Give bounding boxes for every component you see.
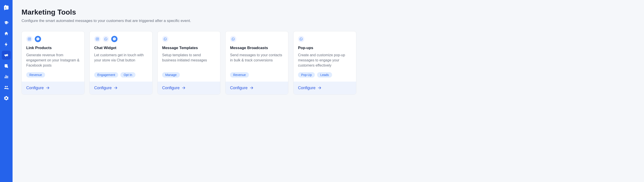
card-title: Message Templates	[162, 46, 216, 50]
card-chat-widget: Chat Widget Let customers get in touch w…	[90, 31, 152, 94]
tag: Engagement	[94, 72, 118, 78]
tag: Manage	[162, 72, 180, 78]
sidebar-item-home[interactable]	[2, 29, 11, 38]
tag: Revenue	[230, 72, 249, 78]
configure-button[interactable]: Configure	[158, 82, 220, 94]
card-tags: Manage	[162, 72, 216, 78]
arrow-right-icon	[114, 86, 118, 90]
card-desc: Generate revenue from engagement on your…	[26, 52, 80, 68]
arrow-right-icon	[249, 86, 254, 90]
whatsapp-icon	[230, 36, 236, 42]
configure-button[interactable]: Configure	[294, 82, 356, 94]
card-body: Message Templates Setup templates to sen…	[158, 32, 220, 82]
card-title: Message Broadcasts	[230, 46, 284, 50]
sidebar-item-marketing[interactable]	[2, 51, 11, 60]
svg-point-3	[30, 38, 30, 38]
card-title: Chat Widget	[94, 46, 148, 50]
card-body: Pop-ups Create and customize pop-up mess…	[294, 32, 356, 82]
card-icon-row	[94, 36, 148, 42]
card-desc: Send messages to your contacts in bulk &…	[230, 52, 284, 68]
svg-point-0	[5, 7, 6, 8]
sidebar-item-people[interactable]	[2, 83, 11, 92]
configure-button[interactable]: Configure	[22, 82, 84, 94]
svg-point-9	[232, 38, 234, 40]
card-desc: Create and customize pop-up messages to …	[298, 52, 352, 68]
page-subtitle: Configure the smart automated messages t…	[22, 18, 635, 23]
configure-label: Configure	[162, 86, 180, 90]
svg-point-7	[104, 38, 107, 40]
sidebar-item-analytics[interactable]	[2, 72, 11, 81]
svg-point-10	[300, 38, 302, 40]
card-link-products: Link Products Generate revenue from enga…	[22, 31, 84, 94]
tag: Leads	[317, 72, 332, 78]
card-message-broadcasts: Message Broadcasts Send messages to your…	[225, 31, 288, 94]
card-desc: Setup templates to send business initiat…	[162, 52, 216, 68]
card-icon-row	[26, 36, 80, 42]
card-body: Chat Widget Let customers get in touch w…	[90, 32, 152, 82]
configure-button[interactable]: Configure	[90, 82, 152, 94]
card-grid: Link Products Generate revenue from enga…	[22, 31, 635, 94]
sidebar	[0, 0, 12, 182]
configure-label: Configure	[94, 86, 112, 90]
configure-button[interactable]: Configure	[226, 82, 288, 94]
configure-label: Configure	[230, 86, 248, 90]
sidebar-item-chat[interactable]	[2, 62, 11, 70]
svg-point-6	[98, 38, 98, 38]
card-icon-row	[298, 36, 352, 42]
card-message-templates: Message Templates Setup templates to sen…	[158, 31, 220, 94]
card-tags: Pop-Up Leads	[298, 72, 352, 78]
arrow-right-icon	[182, 86, 186, 90]
card-title: Link Products	[26, 46, 80, 50]
tag: Opt In	[120, 72, 135, 78]
whatsapp-icon	[103, 36, 109, 42]
sidebar-item-education[interactable]	[2, 18, 11, 27]
card-body: Message Broadcasts Send messages to your…	[226, 32, 288, 82]
main-content: Marketing Tools Configure the smart auto…	[12, 0, 644, 182]
arrow-right-icon	[46, 86, 50, 90]
configure-label: Configure	[26, 86, 44, 90]
instagram-icon	[26, 36, 32, 42]
tag: Pop-Up	[298, 72, 315, 78]
messenger-icon	[111, 36, 118, 42]
svg-point-5	[97, 38, 98, 40]
card-tags: Revenue	[26, 72, 80, 78]
sidebar-item-bolt[interactable]	[2, 40, 11, 49]
messenger-icon	[35, 36, 41, 42]
configure-label: Configure	[298, 86, 316, 90]
card-popups: Pop-ups Create and customize pop-up mess…	[293, 31, 356, 94]
card-icon-row	[162, 36, 216, 42]
sidebar-item-settings[interactable]	[2, 94, 11, 103]
card-tags: Revenue	[230, 72, 284, 78]
app-logo	[2, 4, 10, 12]
page-title: Marketing Tools	[22, 8, 635, 16]
tag: Revenue	[26, 72, 45, 78]
svg-point-2	[29, 38, 30, 40]
instagram-icon	[94, 36, 100, 42]
arrow-right-icon	[317, 86, 322, 90]
whatsapp-icon	[162, 36, 168, 42]
card-tags: Engagement Opt In	[94, 72, 148, 78]
whatsapp-icon	[298, 36, 304, 42]
svg-point-8	[164, 38, 166, 40]
card-desc: Let customers get in touch with your sto…	[94, 52, 148, 68]
card-icon-row	[230, 36, 284, 42]
card-title: Pop-ups	[298, 46, 352, 50]
card-body: Link Products Generate revenue from enga…	[22, 32, 84, 82]
